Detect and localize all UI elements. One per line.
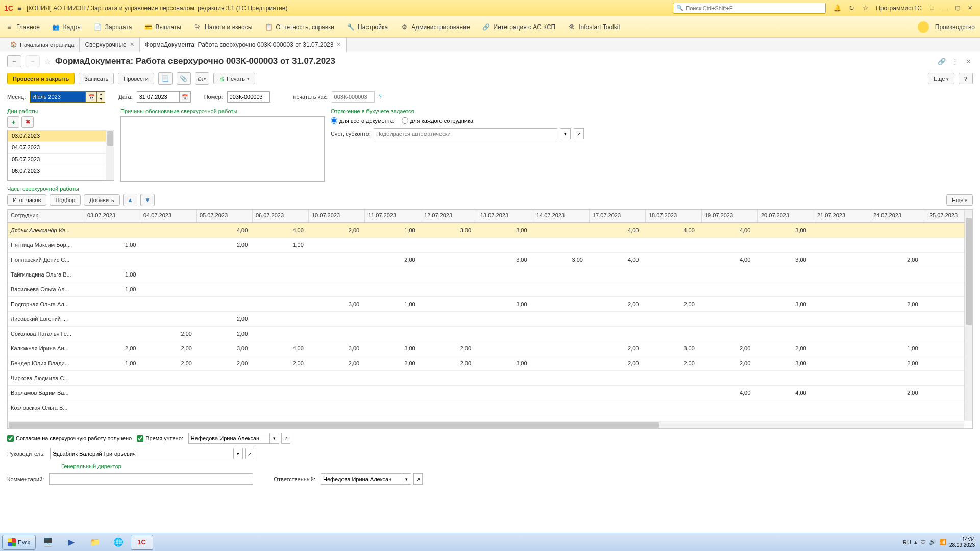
- col-date[interactable]: 11.07.2023: [365, 210, 421, 222]
- cell-hours[interactable]: 3,00: [312, 301, 368, 307]
- cell-hours[interactable]: 4,00: [256, 345, 312, 352]
- cell-hours[interactable]: 2,00: [201, 360, 256, 366]
- back-button[interactable]: ←: [7, 55, 21, 67]
- taskbar-1c[interactable]: 1C: [131, 535, 153, 550]
- cell-employee[interactable]: Поплавский Денис С...: [8, 257, 89, 263]
- cell-hours[interactable]: 2,00: [703, 345, 759, 352]
- settings-lines-icon[interactable]: ≡: [926, 3, 938, 14]
- account-input[interactable]: [374, 128, 557, 139]
- cell-hours[interactable]: 3,00: [480, 227, 535, 233]
- nav-infostart[interactable]: 🛠Infostart Toolkit: [568, 23, 620, 31]
- taskbar-explorer[interactable]: 📁: [84, 535, 106, 550]
- number-input[interactable]: [227, 91, 270, 103]
- cell-employee[interactable]: Бендер Юлия Влади...: [8, 360, 89, 366]
- col-date[interactable]: 21.07.2023: [814, 210, 870, 222]
- table-row[interactable]: Тайгильдина Ольга В...1,00: [8, 267, 973, 282]
- move-up-button[interactable]: ▲: [123, 194, 137, 206]
- lang-indicator[interactable]: RU: [903, 539, 911, 545]
- workday-item[interactable]: 04.07.2023: [8, 142, 114, 154]
- tray-icon[interactable]: 🔊: [929, 539, 936, 545]
- cell-hours[interactable]: 4,00: [256, 227, 312, 233]
- cell-hours[interactable]: 3,00: [647, 345, 703, 352]
- cell-hours[interactable]: 4,00: [647, 227, 703, 233]
- structure-button[interactable]: 🗂: [195, 72, 209, 85]
- taskbar-app[interactable]: 🖥️: [37, 535, 59, 550]
- help-button[interactable]: ?: [959, 73, 973, 84]
- head-input[interactable]: [50, 448, 234, 459]
- cell-employee[interactable]: Варламов Вадим Ва...: [8, 390, 89, 396]
- cell-hours[interactable]: 2,00: [368, 360, 424, 366]
- workday-item[interactable]: 03.07.2023: [8, 130, 114, 142]
- search-input[interactable]: [685, 5, 822, 11]
- cell-hours[interactable]: 4,00: [703, 390, 759, 396]
- table-row[interactable]: Козловская Ольга В...: [8, 400, 973, 415]
- cell-hours[interactable]: 2,00: [759, 345, 815, 352]
- table-row[interactable]: Соколова Наталья Ге...2,002,00: [8, 327, 973, 341]
- start-button[interactable]: Пуск: [2, 535, 36, 550]
- close-icon[interactable]: ✕: [130, 41, 134, 48]
- taskbar-chrome[interactable]: 🌐: [107, 535, 130, 550]
- cell-hours[interactable]: 4,00: [703, 257, 759, 263]
- cell-hours[interactable]: 2,00: [144, 331, 200, 337]
- tray-icon[interactable]: 🛡: [920, 539, 926, 545]
- menu-icon[interactable]: ≡: [17, 4, 21, 12]
- cell-employee[interactable]: Васильева Ольга Ал...: [8, 286, 89, 292]
- open-icon[interactable]: ↗: [574, 128, 584, 139]
- tab-document[interactable]: ФормаДокумента: Работа сверхурочно 003К-…: [140, 38, 347, 52]
- cell-hours[interactable]: 3,00: [759, 301, 815, 307]
- cell-employee[interactable]: Тайгильдина Ольга В...: [8, 271, 89, 278]
- month-spinner[interactable]: ▲▼: [97, 91, 105, 103]
- table-row[interactable]: Чиркова Людмила С...: [8, 371, 973, 386]
- cell-hours[interactable]: 3,00: [201, 345, 256, 352]
- col-date[interactable]: 12.07.2023: [421, 210, 477, 222]
- dropdown-icon[interactable]: ▾: [270, 433, 279, 444]
- col-date[interactable]: 06.07.2023: [253, 210, 309, 222]
- cell-hours[interactable]: 3,00: [759, 227, 815, 233]
- cell-hours[interactable]: 1,00: [89, 286, 144, 292]
- add-day-button[interactable]: ＋: [7, 116, 19, 128]
- post-and-close-button[interactable]: Провести и закрыть: [7, 73, 75, 84]
- cell-hours[interactable]: 3,00: [368, 345, 424, 352]
- printas-input[interactable]: [332, 91, 375, 103]
- bell-icon[interactable]: 🔔: [831, 3, 843, 14]
- link-icon[interactable]: 🔗: [937, 58, 946, 65]
- nav-personnel[interactable]: 👥Кадры: [52, 23, 82, 31]
- table-row[interactable]: Варламов Вадим Ва...4,004,002,004: [8, 386, 973, 400]
- history-icon[interactable]: ↻: [846, 3, 857, 14]
- cell-hours[interactable]: 2,00: [424, 345, 480, 352]
- cell-hours[interactable]: 1,00: [89, 360, 144, 366]
- cell-hours[interactable]: 2,00: [592, 301, 647, 307]
- nav-taxes[interactable]: %Налоги и взносы: [193, 23, 252, 31]
- col-date[interactable]: 04.07.2023: [140, 210, 197, 222]
- cell-hours[interactable]: 1,00: [368, 227, 424, 233]
- col-date[interactable]: 18.07.2023: [646, 210, 702, 222]
- attach-icon-button[interactable]: 📎: [177, 72, 191, 85]
- tab-home[interactable]: 🏠Начальная страница: [5, 38, 80, 52]
- cell-hours[interactable]: 1,00: [256, 242, 312, 248]
- close-button[interactable]: ✕: [964, 3, 976, 13]
- dropdown-icon[interactable]: ▾: [234, 448, 243, 459]
- forward-button[interactable]: →: [26, 55, 40, 67]
- scrollbar[interactable]: [106, 130, 114, 180]
- cell-hours[interactable]: 4,00: [592, 257, 647, 263]
- cell-hours[interactable]: 4,00: [592, 227, 647, 233]
- move-down-button[interactable]: ▼: [140, 194, 155, 206]
- cell-hours[interactable]: 2,00: [368, 257, 424, 263]
- col-date[interactable]: 24.07.2023: [870, 210, 926, 222]
- total-hours-button[interactable]: Итог часов: [7, 194, 46, 206]
- print-button[interactable]: 🖨Печать: [213, 73, 255, 84]
- calendar-icon[interactable]: 📅: [180, 91, 191, 103]
- cell-hours[interactable]: 1,00: [368, 301, 424, 307]
- table-row[interactable]: Пятница Максим Бор...1,002,001,00: [8, 238, 973, 253]
- nav-admin[interactable]: ⚙Администрирование: [400, 23, 470, 31]
- cell-hours[interactable]: 2,00: [871, 301, 926, 307]
- cell-hours[interactable]: 1,00: [871, 345, 926, 352]
- col-date[interactable]: 20.07.2023: [758, 210, 814, 222]
- cell-hours[interactable]: 3,00: [759, 257, 815, 263]
- tray-icon[interactable]: 📶: [939, 539, 946, 545]
- cell-hours[interactable]: 2,00: [312, 360, 368, 366]
- open-icon[interactable]: ↗: [281, 433, 290, 444]
- consent-checkbox[interactable]: Согласие на сверхурочную работу получено: [7, 435, 132, 442]
- favorite-button[interactable]: ☆: [44, 57, 51, 66]
- cell-hours[interactable]: 3,00: [424, 227, 480, 233]
